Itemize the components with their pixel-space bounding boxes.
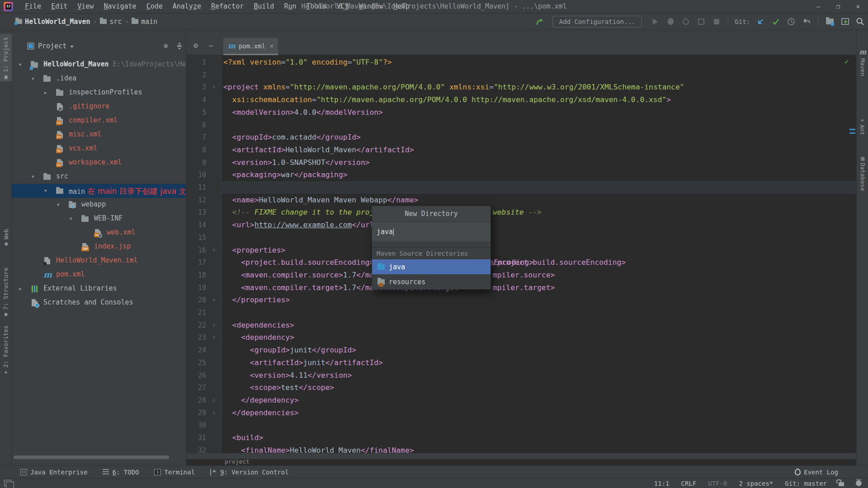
- tree-item-label: webapp: [81, 200, 106, 208]
- profiler-icon[interactable]: [696, 16, 707, 27]
- event-log-button[interactable]: Event Log: [795, 469, 838, 476]
- breadcrumb-item[interactable]: src: [100, 18, 122, 26]
- close-tab-icon[interactable]: ✕: [270, 42, 274, 49]
- file-encoding[interactable]: UTF-8: [708, 480, 727, 487]
- toolwindow-toggle-icon[interactable]: [4, 480, 11, 486]
- tree-item-icon: JSP: [81, 243, 90, 250]
- globe-icon: [98, 234, 102, 238]
- maven-reimport-icon[interactable]: [534, 16, 545, 27]
- menu-vcs[interactable]: VCS: [332, 0, 354, 13]
- hector-inspector-icon[interactable]: [856, 480, 862, 486]
- popup-item-java[interactable]: java: [372, 259, 491, 274]
- add-configuration-button[interactable]: Add Configuration...: [552, 16, 642, 28]
- locate-file-icon[interactable]: ⊕: [164, 42, 168, 50]
- expanded-arrow-icon[interactable]: ▼: [44, 188, 47, 193]
- tab-pom-xml[interactable]: m pom.xml ✕: [223, 38, 278, 55]
- toolwindow-button-java-enterprise[interactable]: EEJava Enterprise: [20, 469, 87, 476]
- xml-badge: <>: [56, 163, 61, 167]
- tree-row-vcs-xml[interactable]: <>vcs.xml: [12, 142, 186, 156]
- stop-icon[interactable]: [711, 16, 722, 27]
- line-separator[interactable]: CRLF: [681, 480, 697, 487]
- tree-row-web-inf[interactable]: ▼WEB-INF: [12, 212, 186, 226]
- close-button[interactable]: ✕: [848, 0, 868, 13]
- gear-icon[interactable]: ⚙: [193, 42, 198, 49]
- tree-row--idea[interactable]: ▼.idea: [12, 72, 186, 86]
- expanded-arrow-icon[interactable]: ▼: [70, 216, 72, 221]
- inspections-ok-icon[interactable]: ✓: [844, 57, 849, 66]
- menu-view[interactable]: View: [72, 0, 99, 13]
- terminal-window-icon[interactable]: [840, 16, 850, 27]
- tree-item-icon: [56, 187, 64, 194]
- tree-row-web-xml[interactable]: <>web.xml: [12, 226, 186, 240]
- tree-row-helloworld-maven[interactable]: ▼HelloWorld_Maven E:\IdeaProjects\HelloW…: [12, 58, 186, 72]
- jsp-file-icon: JSP: [82, 243, 88, 250]
- tree-row--gitignore[interactable]: .gitignore: [12, 100, 186, 114]
- panel-horizontal-scrollbar[interactable]: [14, 455, 169, 459]
- menu-run[interactable]: Run: [279, 0, 301, 13]
- tree-row-webapp[interactable]: ▼webapp: [12, 198, 186, 212]
- tree-row-main[interactable]: ▼main 在 main 目录下创建 java 文件夹: [12, 184, 186, 198]
- tree-row-inspectionprofiles[interactable]: ▶inspectionProfiles: [12, 86, 186, 100]
- menu-edit[interactable]: Edit: [46, 0, 72, 13]
- code-line-17: 17 <project.build.sourceEncoding>UTF-8</…: [186, 256, 856, 269]
- tree-row-src[interactable]: ▼src: [12, 170, 186, 184]
- tree-row-workspace-xml[interactable]: <>workspace.xml: [12, 156, 186, 170]
- search-everywhere-icon[interactable]: [855, 16, 866, 27]
- expanded-arrow-icon[interactable]: ▼: [32, 76, 34, 81]
- collapse-all-icon[interactable]: [176, 42, 183, 50]
- tree-row-external-libraries[interactable]: ▶External Libraries: [12, 282, 186, 296]
- menu-tools[interactable]: Tools: [301, 0, 331, 13]
- recent-locations-icon[interactable]: [824, 16, 835, 27]
- project-view-selector[interactable]: Project: [27, 42, 74, 50]
- code-editor[interactable]: 1<?xml version="1.0" encoding="UTF-8"?>2…: [186, 55, 856, 453]
- tree-row-scratches-and-consoles[interactable]: Scratches and Consoles: [12, 296, 186, 310]
- tree-row-pom-xml[interactable]: mpom.xml: [12, 268, 186, 282]
- lock-icon[interactable]: [839, 482, 844, 486]
- expanded-arrow-icon[interactable]: ▼: [32, 174, 34, 179]
- minimize-button[interactable]: –: [808, 0, 828, 13]
- menu-navigate[interactable]: Navigate: [99, 0, 141, 13]
- toolwindow-button----version-control[interactable]: 9: Version Control: [210, 469, 289, 476]
- tree-row-compiler-xml[interactable]: <>compiler.xml: [12, 114, 186, 128]
- menu-file[interactable]: File: [20, 0, 46, 13]
- stripe-item----structure[interactable]: ◉7: Structure: [0, 264, 12, 319]
- hide-panel-icon[interactable]: —: [209, 42, 213, 49]
- rollback-icon[interactable]: [801, 16, 812, 27]
- git-branch[interactable]: Git: master: [785, 480, 827, 487]
- debug-icon[interactable]: [665, 16, 676, 27]
- stripe-item----favorites[interactable]: ★2: Favorites: [0, 322, 12, 377]
- editor-breadcrumb[interactable]: project: [186, 459, 856, 465]
- menu-code[interactable]: Code: [142, 0, 168, 13]
- popup-item-resources[interactable]: resources: [372, 274, 491, 289]
- expanded-arrow-icon[interactable]: ▼: [19, 62, 21, 67]
- menu-build[interactable]: Build: [249, 0, 279, 13]
- menu-help[interactable]: Help: [388, 0, 415, 13]
- toolwindow-button----todo[interactable]: 6: TODO: [103, 469, 139, 476]
- indent-setting[interactable]: 2 spaces*: [739, 480, 773, 487]
- toolwindow-button-terminal[interactable]: ❯Terminal: [154, 469, 194, 476]
- directory-name-input[interactable]: java: [372, 222, 491, 242]
- menu-analyze[interactable]: Analyze: [168, 0, 206, 13]
- menu-refactor[interactable]: Refactor: [206, 0, 249, 13]
- caret-position[interactable]: 11:1: [654, 480, 670, 487]
- coverage-icon[interactable]: [680, 16, 691, 27]
- stripe-item-maven[interactable]: mMaven: [857, 38, 868, 86]
- stripe-item----project[interactable]: ▣1: Project: [0, 34, 12, 81]
- run-icon[interactable]: [650, 16, 660, 27]
- git-update-icon[interactable]: [755, 16, 766, 27]
- tree-row-helloworld-maven-iml[interactable]: HelloWorld_Maven.iml: [12, 254, 186, 268]
- expanded-arrow-icon[interactable]: ▼: [57, 202, 59, 207]
- git-commit-icon[interactable]: [770, 16, 781, 27]
- collapsed-arrow-icon[interactable]: ▶: [19, 286, 21, 291]
- stripe-item-database[interactable]: ▤Database: [857, 145, 868, 202]
- stripe-item-web[interactable]: ◉Web: [0, 216, 12, 258]
- stripe-item-ant[interactable]: ✳Ant: [857, 108, 868, 145]
- breadcrumb-item[interactable]: HelloWorld_Maven: [15, 18, 90, 26]
- breadcrumb-item[interactable]: main: [132, 18, 157, 26]
- history-icon[interactable]: [786, 16, 797, 27]
- menu-window[interactable]: Window: [354, 0, 388, 13]
- collapsed-arrow-icon[interactable]: ▶: [44, 90, 47, 95]
- tree-row-misc-xml[interactable]: <>misc.xml: [12, 128, 186, 142]
- maximize-button[interactable]: ❐: [828, 0, 848, 13]
- tree-row-index-jsp[interactable]: JSPindex.jsp: [12, 240, 186, 254]
